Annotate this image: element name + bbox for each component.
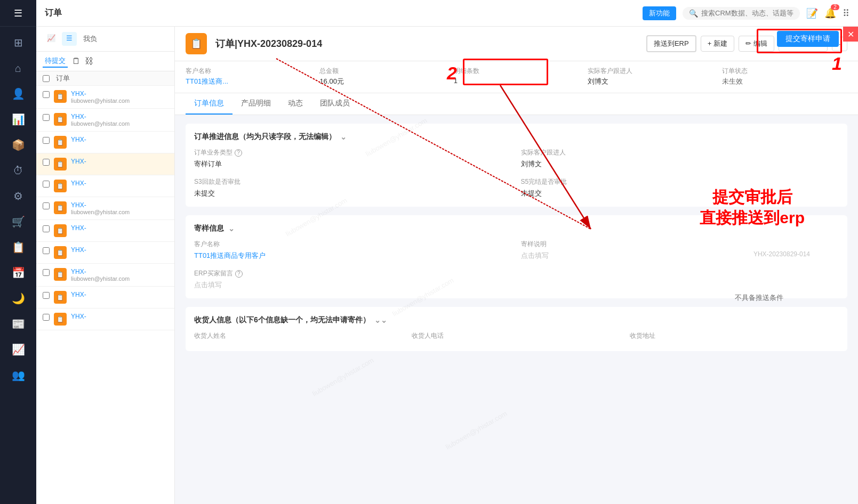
collapse-icon[interactable]: ⌄ [340,133,347,141]
filter-tabs: 待提交 🗒 ⛓ [36,52,174,71]
sidebar-item-analytics[interactable]: 📊 [6,108,30,131]
push-erp-button[interactable]: 推送到ERP [646,35,696,52]
list-item[interactable]: 📋 YHX- [36,242,174,264]
search-bar[interactable]: 🔍 [683,7,800,20]
sidebar-item-products[interactable]: 📦 [6,133,30,157]
collapse-icon[interactable]: ⌄ [228,224,235,233]
item-checkbox[interactable] [43,114,50,121]
list-item[interactable]: 📋 YHX- liubowen@yhistar.com [36,264,174,287]
customer-value[interactable]: TT01推送商... [186,77,311,86]
bell-icon[interactable]: 🔔 2 [824,7,836,19]
sidebar-item-chart[interactable]: 📈 [6,338,30,361]
column-id: 订单 [56,74,70,83]
item-icon: 📋 [54,136,67,149]
sample-info-title: 寄样信息 ⌄ [194,224,839,233]
list-item[interactable]: 📋 YHX- [36,220,174,242]
list-item[interactable]: 📋 YHX- liubowen@yhistar.com [36,86,174,109]
item-checkbox[interactable] [43,202,50,209]
item-checkbox[interactable] [43,91,50,98]
sidebar-item-users[interactable]: 👥 [6,363,30,387]
detail-content: 订单推进信息（均为只读字段，无法编辑） ⌄ 订单业务类型 ? 寄样订单 [175,115,858,504]
filter-doc-icon[interactable]: 🗒 [72,56,81,66]
list-panel: 📈 ☰ 我负 待提交 🗒 ⛓ 订单 📋 [36,27,175,504]
submit-sample-button[interactable]: 提交寄样申请 [777,31,839,47]
status-label: 订单状态 [722,67,847,76]
search-input[interactable] [701,9,793,17]
list-item[interactable]: 📋 YHX- [36,132,174,153]
field-recipient-phone: 收货人电话 [412,331,621,343]
sidebar-item-dashboard[interactable]: ⊞ [6,31,30,54]
field-customer-name: 客户名称 TT01推送商品专用客户 [194,240,512,261]
field-s3-approve: S3回款是否审批 未提交 [194,177,512,198]
close-button[interactable]: ✕ [843,27,858,42]
item-checkbox[interactable] [43,181,50,188]
item-checkbox[interactable] [43,247,50,254]
tab-list[interactable]: ☰ [62,32,77,46]
list-item[interactable]: 📋 YHX- liubowen@yhistar.com [36,109,174,132]
sidebar-item-clock[interactable]: ⏱ [6,159,30,182]
collapse-icon[interactable]: ⌄⌄ [374,316,387,324]
tab-chart[interactable]: 📈 [43,32,60,46]
new-feature-button[interactable]: 新功能 [643,6,676,20]
item-sub: liubowen@yhistar.com [71,275,168,282]
detail-header: 📋 订单|YHX-20230829-014 推送到ERP + 新建 ✏ 编辑 ✏… [175,27,858,61]
item-id: YHX- [71,268,168,275]
tab-activity[interactable]: 动态 [279,93,311,115]
edit-icon[interactable]: 📝 [806,7,818,19]
sidebar-item-calendar[interactable]: 📅 [6,261,30,284]
tab-order-info[interactable]: 订单信息 [186,93,232,115]
list-item[interactable]: 📋 YHX- [36,308,174,330]
meta-count: 明细条数 1 [454,67,579,86]
item-checkbox[interactable] [43,137,50,144]
item-icon: 📋 [54,180,67,192]
sidebar-nav: ⊞ ⌂ 👤 📊 📦 ⏱ ⚙ 🛒 📋 📅 🌙 📰 📈 👥 [6,27,30,504]
tab-team[interactable]: 团队成员 [311,93,358,115]
customer-name-value[interactable]: TT01推送商品专用客户 [194,251,512,261]
sidebar-item-report[interactable]: 📰 [6,312,30,336]
meta-amount: 总金额 16.00元 [319,67,445,86]
filter-org-icon[interactable]: ⛓ [85,56,93,66]
item-id: YHX- [71,291,168,298]
sidebar-item-settings[interactable]: ⚙ [6,184,30,208]
sidebar-item-invoice[interactable]: 📋 [6,235,30,259]
customer-name-label: 客户名称 [194,240,512,249]
push-info-section: 订单推进信息（均为只读字段，无法编辑） ⌄ 订单业务类型 ? 寄样订单 [186,124,847,207]
tab-my[interactable]: 我负 [79,32,101,46]
list-items: 📋 YHX- liubowen@yhistar.com 📋 YHX- liubo… [36,86,174,504]
new-button[interactable]: + 新建 [701,36,734,52]
select-all-checkbox[interactable] [43,75,50,82]
hamburger-icon[interactable]: ☰ [14,7,22,19]
bell-badge: 2 [831,4,839,10]
field-recipient-name: 收货人姓名 [194,331,403,343]
help-icon[interactable]: ? [235,149,242,157]
item-checkbox[interactable] [43,292,50,299]
sidebar-item-moon[interactable]: 🌙 [6,287,30,310]
sidebar-item-cart[interactable]: 🛒 [6,210,30,233]
meta-customer: 客户名称 TT01推送商... [186,67,311,86]
field-actual-owner: 实际客户跟进人 刘博文 [521,148,839,169]
item-checkbox[interactable] [43,159,50,166]
tab-product-detail[interactable]: 产品明细 [232,93,279,115]
status-value: 未生效 [722,77,847,86]
sample-desc-value[interactable]: 点击填写 [521,251,839,261]
field-sample-desc: 寄样说明 点击填写 [521,240,839,261]
item-checkbox[interactable] [43,225,50,232]
sidebar-item-home[interactable]: ⌂ [6,56,30,80]
item-content: YHX- [71,246,168,254]
list-item[interactable]: 📋 YHX- [36,175,174,197]
list-item[interactable]: 📋 YHX- liubowen@yhistar.com [36,197,174,220]
detail-title: 订单|YHX-20230829-014 [215,37,322,50]
list-item[interactable]: 📋 YHX- [36,153,174,175]
list-item[interactable]: 📋 YHX- [36,287,174,308]
item-icon: 📋 [54,313,67,326]
item-checkbox[interactable] [43,314,50,321]
grid-icon[interactable]: ⠿ [843,7,849,19]
erp-message-value[interactable]: 点击填写 [194,280,512,290]
list-header: 📈 ☰ 我负 [36,27,174,52]
actual-owner-label: 实际客户跟进人 [521,148,839,157]
sidebar-item-contacts[interactable]: 👤 [6,82,30,105]
filter-pending[interactable]: 待提交 [43,55,68,68]
item-checkbox[interactable] [43,269,50,276]
help-icon[interactable]: ? [235,270,243,278]
edit-button[interactable]: ✏ 编辑 [739,36,774,52]
